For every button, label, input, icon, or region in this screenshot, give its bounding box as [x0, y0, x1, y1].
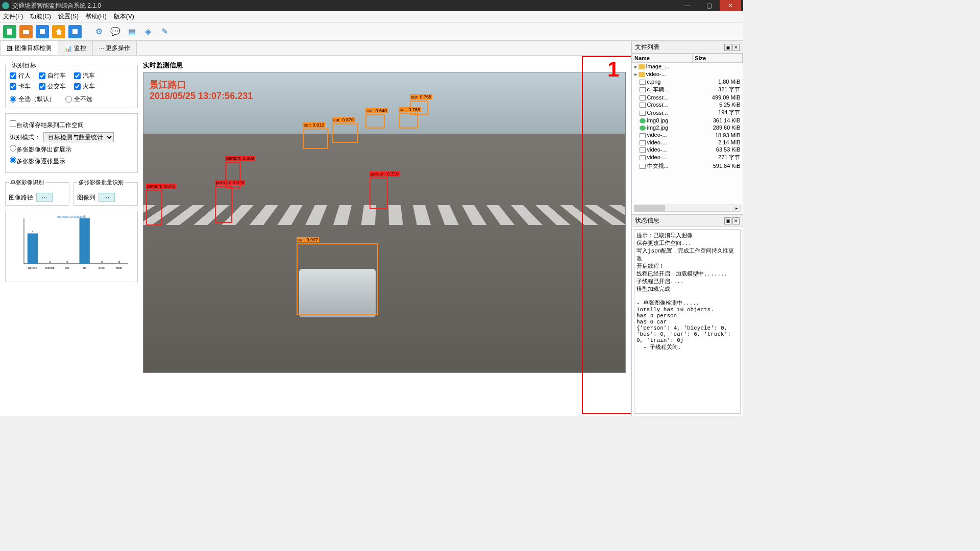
window-close-button[interactable]: ✕: [720, 0, 741, 11]
file-icon: [640, 80, 646, 85]
status-panel: 状态信息 ▣ ✕ 提示：已取消导入图像 保存更改工作空间... 写入json配置…: [631, 214, 743, 416]
window-minimize-button[interactable]: —: [677, 0, 698, 11]
tab-monitor[interactable]: 📊 监控: [58, 41, 93, 55]
status-log[interactable]: 提示：已取消导入图像 保存更改工作空间... 写入json配置，完成工作空间持久…: [634, 229, 741, 414]
detection-car: car: 0.912: [303, 129, 328, 149]
video-frame: 景江路口 2018/05/25 13:07:56.231 car: 0.997c…: [143, 72, 626, 373]
file-icon: [640, 133, 646, 138]
file-icon: [640, 87, 646, 92]
radio-multi-seq[interactable]: 多张影像逐张显示: [10, 157, 65, 166]
menu-version[interactable]: 版本(V): [114, 12, 134, 21]
svg-text:0: 0: [49, 260, 51, 263]
checkbox-bicycle[interactable]: 自行车: [39, 71, 66, 80]
annotation-label-1: 1: [607, 57, 619, 82]
toolbar-save-button[interactable]: [36, 25, 49, 38]
toolbar-edit-button[interactable]: ✎: [158, 25, 171, 38]
svg-rect-4: [72, 29, 78, 34]
file-icon: [639, 64, 645, 69]
svg-text:the count of detection: the count of detection: [57, 215, 85, 218]
tab-monitor-icon: 📊: [64, 45, 72, 52]
detection-count-chart: the count of detection person4bicycle0bu…: [5, 211, 138, 282]
single-legend: 单张影像识别: [9, 179, 45, 186]
toolbar-comment-button[interactable]: 💬: [109, 25, 122, 38]
single-browse-button[interactable]: ···: [36, 193, 53, 202]
status-float-button[interactable]: ▣: [724, 217, 731, 224]
toolbar-new-button[interactable]: [3, 25, 16, 38]
toolbar-open-button[interactable]: [19, 25, 33, 38]
file-list-float-button[interactable]: ▣: [724, 44, 731, 51]
svg-text:truck: truck: [99, 266, 105, 269]
file-row[interactable]: img2.jpg289.60 KiB: [632, 124, 743, 131]
detection-person: person: 0.973: [215, 186, 232, 223]
file-row[interactable]: video-...271 字节: [632, 153, 743, 162]
pencil-icon: ✎: [161, 27, 168, 36]
checkbox-pedestrian[interactable]: 行人: [10, 71, 31, 80]
file-icon: [640, 118, 646, 123]
menu-function[interactable]: 功能(C): [30, 12, 51, 21]
file-icon: [640, 95, 646, 101]
file-icon: [640, 155, 646, 160]
file-row[interactable]: video-...18.93 MiB: [632, 131, 743, 138]
status-title: 状态信息: [635, 216, 659, 225]
radio-multi-popup[interactable]: 多张影像弹出窗展示: [10, 145, 71, 154]
toolbar-layers-button[interactable]: ◈: [141, 25, 155, 38]
single-path-label: 图像路径: [9, 193, 33, 202]
file-list-title: 文件列表: [635, 43, 659, 52]
file-list-hscrollbar[interactable]: ▸: [634, 205, 741, 212]
menu-file[interactable]: 文件(F): [3, 12, 23, 21]
file-row[interactable]: 中文视...591.84 KiB: [632, 162, 743, 170]
file-row[interactable]: img0.jpg361.14 KiB: [632, 117, 743, 124]
mode-select[interactable]: 目标检测与数量统计: [43, 132, 114, 142]
svg-rect-1: [23, 30, 29, 34]
toolbar-data-button[interactable]: [68, 25, 82, 38]
menu-settings[interactable]: 设置(S): [58, 12, 79, 21]
toolbar-settings-button[interactable]: ⚙: [92, 25, 106, 38]
file-col-name[interactable]: Name: [632, 54, 693, 63]
file-icon: [640, 140, 646, 145]
targets-groupbox: 识别目标 行人 自行车 汽车 卡车 公交车 火车 全选（默认） 全不选: [5, 65, 138, 108]
gear-icon: ⚙: [95, 27, 103, 36]
checkbox-autosave[interactable]: 自动保存结果到工作空间: [10, 120, 84, 130]
svg-text:train: train: [116, 266, 122, 269]
checkbox-train[interactable]: 火车: [74, 82, 95, 91]
video-timestamp-overlay: 景江路口 2018/05/25 13:07:56.231: [150, 80, 253, 102]
status-close-button[interactable]: ✕: [732, 217, 740, 224]
file-row[interactable]: Crossr...499.09 MiB: [632, 94, 743, 101]
tab-more-label: ··· 更多操作: [99, 44, 130, 53]
file-row[interactable]: c.png1.80 MiB: [632, 78, 743, 85]
svg-text:person: person: [28, 266, 37, 269]
file-col-size[interactable]: Size: [693, 54, 743, 63]
checkbox-truck[interactable]: 卡车: [10, 82, 31, 91]
checkbox-bus[interactable]: 公交车: [39, 82, 66, 91]
file-row[interactable]: ▸video-...: [632, 70, 743, 78]
svg-text:0: 0: [118, 260, 120, 263]
batch-list-label: 图像列: [77, 193, 95, 202]
radio-select-none[interactable]: 全不选: [65, 95, 92, 104]
checkbox-car[interactable]: 汽车: [74, 71, 95, 80]
window-maximize-button[interactable]: ▢: [698, 0, 720, 11]
file-list-close-button[interactable]: ✕: [732, 44, 740, 51]
svg-text:0: 0: [66, 260, 68, 263]
file-row[interactable]: ▸Image_...: [632, 63, 743, 71]
toolbar-home-button[interactable]: [52, 25, 65, 38]
file-table[interactable]: Name Size ▸Image_...▸video-...c.png1.80 …: [632, 54, 743, 205]
file-icon: [640, 111, 646, 116]
radio-select-all[interactable]: 全选（默认）: [10, 95, 55, 104]
tab-more[interactable]: ··· 更多操作: [92, 41, 137, 55]
detection-car: car: 0.997: [297, 243, 378, 315]
file-row[interactable]: video-...63.53 KiB: [632, 146, 743, 153]
window-title: 交通场景智能监控综合系统 2.1.0: [12, 2, 101, 10]
file-list-panel: 文件列表 ▣ ✕ Name Size ▸Image_...▸video-...c…: [631, 41, 743, 214]
file-row[interactable]: Crossr...5.25 KiB: [632, 101, 743, 108]
file-row[interactable]: video-...2.14 MiB: [632, 139, 743, 146]
tab-detection[interactable]: 🖼 图像目标检测: [0, 41, 58, 55]
file-icon: [640, 126, 646, 131]
menu-help[interactable]: 帮助(H): [86, 12, 107, 21]
menubar: 文件(F) 功能(C) 设置(S) 帮助(H) 版本(V): [0, 11, 743, 22]
file-icon: [639, 72, 645, 77]
toolbar-list-button[interactable]: ▤: [125, 25, 138, 38]
batch-browse-button[interactable]: ···: [99, 193, 115, 202]
tab-detection-icon: 🖼: [7, 45, 13, 52]
file-row[interactable]: c_车辆...321 字节: [632, 85, 743, 94]
file-row[interactable]: Crossr...194 字节: [632, 108, 743, 117]
